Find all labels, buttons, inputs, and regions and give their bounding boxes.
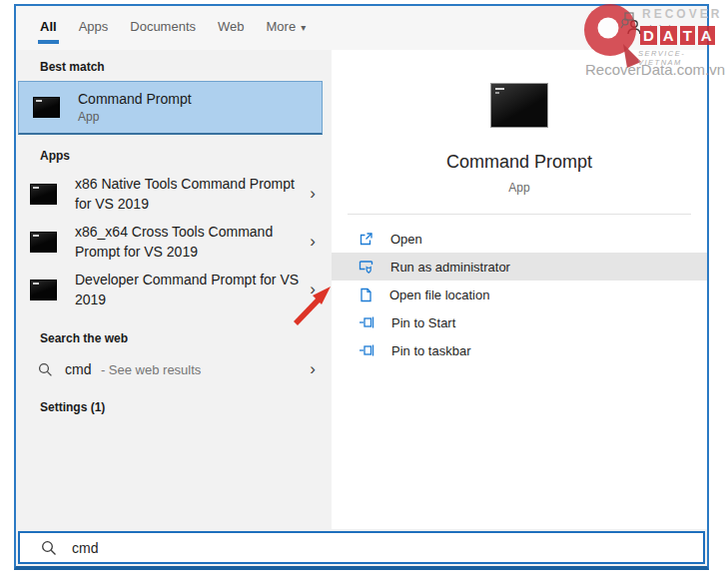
action-pin-to-start[interactable]: Pin to Start <box>332 308 707 336</box>
command-prompt-icon <box>490 83 548 128</box>
app-item-x86-native-tools[interactable]: x86 Native Tools Command Prompt for VS 2… <box>16 170 332 218</box>
tab-web[interactable]: Web <box>218 19 245 46</box>
open-icon <box>359 232 373 247</box>
search-input[interactable]: cmd <box>18 531 705 564</box>
action-label: Run as administrator <box>390 260 510 275</box>
tab-more[interactable]: More▾ <box>267 19 307 46</box>
preview-subtitle: App <box>332 181 707 195</box>
command-prompt-icon <box>30 184 57 205</box>
preview-panel: Command Prompt App Open Run as administr… <box>332 50 707 529</box>
action-open-file-location[interactable]: Open file location <box>332 281 707 308</box>
action-open[interactable]: Open <box>332 225 707 253</box>
action-label: Open <box>390 232 422 247</box>
action-run-as-administrator[interactable]: Run as administrator <box>332 253 707 281</box>
web-hint-text: - See web results <box>101 362 201 377</box>
search-icon <box>38 362 53 377</box>
app-item-line1: x86_x64 Cross Tools Command <box>75 222 273 242</box>
best-match-subtitle: App <box>78 110 192 124</box>
command-prompt-icon <box>30 280 57 300</box>
web-result-item[interactable]: cmd - See web results › <box>16 354 332 384</box>
pin-icon <box>359 315 374 329</box>
tab-apps[interactable]: Apps <box>79 19 109 46</box>
chevron-right-icon[interactable]: › <box>310 280 316 299</box>
web-query-text: cmd <box>65 361 91 377</box>
chevron-right-icon[interactable]: › <box>310 359 316 379</box>
search-icon <box>41 540 57 556</box>
action-label: Pin to Start <box>391 315 455 330</box>
app-item-line1: x86 Native Tools Command Prompt <box>75 174 295 194</box>
app-item-line2: 2019 <box>75 290 299 309</box>
section-header-best-match: Best match <box>16 50 332 81</box>
action-label: Pin to taskbar <box>391 343 471 358</box>
app-item-line1: Developer Command Prompt for VS <box>75 270 299 290</box>
section-header-settings: Settings (1) <box>16 384 332 421</box>
chevron-right-icon[interactable]: › <box>310 184 316 204</box>
preview-title: Command Prompt <box>332 152 707 173</box>
run-as-admin-shield-icon <box>359 260 373 275</box>
chevron-down-icon: ▾ <box>301 22 306 33</box>
best-match-item-command-prompt[interactable]: Command Prompt App <box>18 81 323 135</box>
windows-search-flyout: All Apps Documents Web More▾ Best match … <box>14 4 709 570</box>
command-prompt-icon <box>33 97 60 118</box>
search-input-value: cmd <box>72 540 98 556</box>
app-item-x86-x64-cross-tools[interactable]: x86_x64 Cross Tools Command Prompt for V… <box>16 218 332 266</box>
command-prompt-icon <box>30 232 57 253</box>
app-item-line2: Prompt for VS 2019 <box>75 242 273 262</box>
file-location-icon <box>359 288 372 302</box>
tab-all[interactable]: All <box>40 19 57 46</box>
divider <box>348 214 691 215</box>
pin-icon <box>359 343 374 357</box>
action-pin-to-taskbar[interactable]: Pin to taskbar <box>332 336 707 364</box>
search-filter-tabbar: All Apps Documents Web More▾ <box>16 6 707 50</box>
section-header-search-the-web: Search the web <box>16 313 332 352</box>
results-panel: Best match Command Prompt App Apps x86 N… <box>16 50 332 529</box>
chevron-right-icon[interactable]: › <box>310 232 316 252</box>
best-match-title: Command Prompt <box>78 91 192 107</box>
app-item-line2: for VS 2019 <box>75 194 295 214</box>
section-header-apps: Apps <box>16 135 332 170</box>
user-account-icon[interactable] <box>625 18 643 36</box>
app-item-developer-command-prompt[interactable]: Developer Command Prompt for VS 2019 › <box>16 266 332 313</box>
action-label: Open file location <box>389 288 489 302</box>
tab-documents[interactable]: Documents <box>130 19 196 46</box>
